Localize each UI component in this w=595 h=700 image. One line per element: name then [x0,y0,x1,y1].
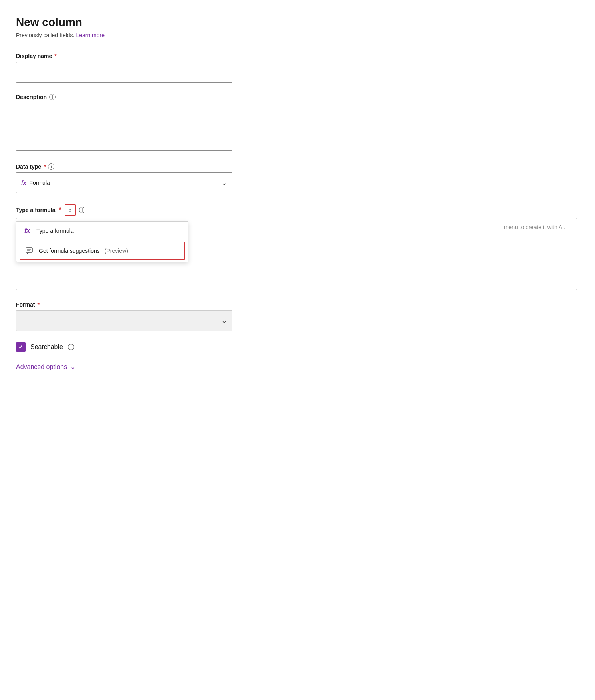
data-type-value: fx Formula [21,180,50,186]
searchable-label: Searchable [30,343,63,351]
formula-dropdown-item-suggestions[interactable]: Get formula suggestions (Preview) [20,242,185,260]
data-type-required: * [44,163,46,170]
formula-required: * [59,206,61,214]
searchable-checkbox[interactable]: ✓ [16,342,26,352]
data-type-label: Data type * i [16,163,579,170]
checkmark-icon: ✓ [18,344,23,350]
formula-hint-text: menu to create it with AI. [498,224,571,230]
chat-icon [25,246,34,255]
page-subtitle: Previously called fields. Learn more [16,32,579,38]
format-label: Format * [16,301,579,308]
formula-expand-button[interactable]: ↕ [65,204,76,216]
data-type-group: Data type * i fx Formula ⌄ [16,163,579,193]
page-title: New column [16,16,579,29]
formula-info-icon[interactable]: i [79,207,85,213]
formula-label-row: Type a formula * ↕ i [16,204,579,216]
svg-rect-0 [26,248,32,252]
description-input[interactable] [16,103,232,151]
expand-icon: ↕ [69,207,71,213]
display-name-input[interactable] [16,62,232,83]
preview-badge: (Preview) [105,248,128,254]
data-type-select[interactable]: fx Formula ⌄ [16,172,232,193]
get-suggestions-label: Get formula suggestions [39,248,100,254]
description-info-icon[interactable]: i [49,94,56,100]
searchable-row: ✓ Searchable i [16,342,579,352]
learn-more-link[interactable]: Learn more [76,32,105,38]
formula-dropdown: fx Type a formula Get formula suggestion… [16,221,188,262]
fx-icon: fx [21,180,26,186]
advanced-options-chevron-icon: ⌄ [70,363,75,371]
formula-fx-icon: fx [23,226,32,235]
subtitle-text: Previously called fields. [16,32,75,38]
formula-label: Type a formula [16,207,56,213]
description-group: Description i [16,94,579,152]
data-type-info-icon[interactable]: i [48,163,54,170]
type-formula-label: Type a formula [36,228,74,234]
searchable-info-icon[interactable]: i [68,344,74,350]
formula-group: Type a formula * ↕ i fx Type a formula G… [16,204,579,290]
format-required: * [37,301,39,308]
display-name-label: Display name * [16,53,579,59]
format-group: Format * ⌄ [16,301,579,331]
display-name-group: Display name * [16,53,579,83]
advanced-options-row[interactable]: Advanced options ⌄ [16,363,579,371]
description-label: Description i [16,94,579,100]
format-select[interactable]: ⌄ [16,310,232,331]
display-name-required: * [54,53,56,59]
advanced-options-label: Advanced options [16,363,67,371]
data-type-chevron-icon: ⌄ [221,178,227,187]
formula-dropdown-item-type[interactable]: fx Type a formula [16,222,188,240]
format-chevron-icon: ⌄ [221,316,227,325]
